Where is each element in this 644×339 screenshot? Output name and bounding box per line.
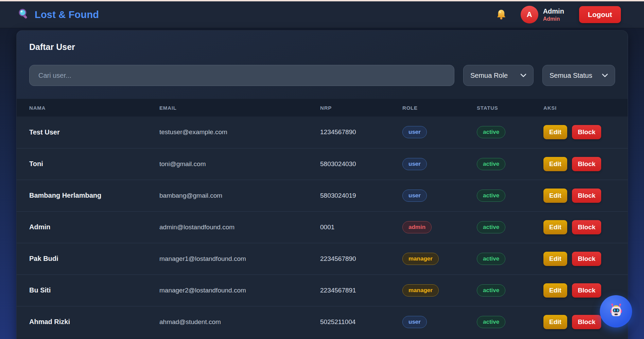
status-badge: active (477, 253, 505, 265)
avatar-initial: A (527, 10, 532, 19)
status-badge: active (477, 316, 505, 328)
status-filter-select[interactable]: Semua Status (542, 65, 615, 86)
role-badge: user (402, 126, 427, 138)
user-table: NAMA EMAIL NRP ROLE STATUS AKSI Test Use… (17, 99, 628, 338)
navbar: Lost & Found A Admin Admin Logout (0, 1, 644, 28)
user-nama: Ahmad Rizki (29, 318, 70, 325)
robot-icon (607, 302, 625, 321)
role-badge: manager (402, 253, 439, 265)
column-header-nrp: NRP (320, 99, 402, 117)
user-table-body: Test User testuser@example.com 123456789… (17, 117, 628, 338)
status-filter-value: Semua Status (550, 72, 592, 79)
column-header-email: EMAIL (159, 99, 320, 117)
user-email: testuser@example.com (159, 128, 227, 136)
table-row: Bambang Herlambang bambang@gmail.com 580… (17, 180, 628, 211)
edit-button[interactable]: Edit (543, 315, 567, 329)
user-email: toni@gmail.com (159, 160, 206, 167)
user-nrp: 0001 (320, 224, 334, 231)
user-email: ahmad@student.com (159, 318, 221, 325)
block-button[interactable]: Block (572, 125, 601, 139)
status-badge: active (477, 190, 505, 202)
column-header-status: STATUS (477, 99, 543, 117)
user-nama: Test User (29, 128, 60, 136)
edit-button[interactable]: Edit (543, 283, 567, 298)
block-button[interactable]: Block (572, 315, 601, 329)
table-row: Admin admin@lostandfound.com 0001 admin … (17, 211, 628, 243)
page-background: Daftar User Semua Role Semua Status (0, 28, 644, 339)
chatbot-button[interactable] (600, 295, 632, 327)
table-row: Toni toni@gmail.com 5803024030 user acti… (17, 148, 628, 180)
navbar-right: A Admin Admin Logout (495, 6, 621, 23)
avatar[interactable]: A (521, 6, 538, 23)
user-email: admin@lostandfound.com (159, 224, 234, 231)
user-email: manager1@lostandfound.com (159, 255, 246, 262)
role-badge: manager (402, 284, 439, 297)
user-list-card: Daftar User Semua Role Semua Status (16, 30, 628, 339)
chevron-down-icon (520, 73, 526, 77)
role-filter-value: Semua Role (470, 72, 508, 79)
edit-button[interactable]: Edit (543, 157, 567, 171)
user-nama: Admin (29, 223, 50, 231)
brand: Lost & Found (18, 8, 99, 21)
table-header-row: NAMA EMAIL NRP ROLE STATUS AKSI (17, 99, 628, 117)
table-row: Bu Siti manager2@lostandfound.com 223456… (17, 274, 628, 306)
column-header-aksi: AKSI (543, 99, 628, 117)
edit-button[interactable]: Edit (543, 125, 567, 139)
user-nrp: 5803024030 (320, 160, 356, 167)
status-badge: active (477, 221, 505, 233)
filter-bar: Semua Role Semua Status (29, 65, 615, 86)
user-nama: Toni (29, 160, 43, 167)
edit-button[interactable]: Edit (543, 189, 567, 203)
status-badge: active (477, 284, 505, 297)
block-button[interactable]: Block (572, 283, 601, 298)
table-row: Pak Budi manager1@lostandfound.com 22345… (17, 243, 628, 274)
column-header-nama: NAMA (17, 99, 159, 117)
user-nama: Pak Budi (29, 255, 58, 262)
role-badge: user (402, 316, 427, 328)
chevron-down-icon (602, 73, 608, 77)
block-button[interactable]: Block (572, 220, 601, 234)
column-header-role: ROLE (402, 99, 477, 117)
user-nrp: 2234567891 (320, 287, 356, 294)
user-nrp: 1234567890 (320, 128, 356, 136)
user-email: manager2@lostandfound.com (159, 287, 246, 294)
magnifying-glass-icon (18, 8, 30, 21)
edit-button[interactable]: Edit (543, 252, 567, 266)
table-row: Ahmad Rizki ahmad@student.com 5025211004… (17, 306, 628, 338)
user-name: Admin (543, 7, 564, 16)
user-role: Admin (543, 16, 564, 22)
user-nrp: 5803024019 (320, 192, 356, 199)
page-title: Daftar User (29, 42, 615, 52)
user-email: bambang@gmail.com (159, 192, 222, 199)
bell-icon[interactable] (495, 9, 507, 20)
user-nrp: 2234567890 (320, 255, 356, 262)
user-nrp: 5025211004 (320, 318, 355, 325)
search-input[interactable] (29, 65, 454, 86)
user-nama: Bambang Herlambang (29, 192, 101, 199)
status-badge: active (477, 158, 505, 170)
user-meta: Admin Admin (543, 7, 564, 22)
role-filter-select[interactable]: Semua Role (463, 65, 534, 86)
user-nama: Bu Siti (29, 286, 51, 294)
status-badge: active (477, 126, 505, 138)
app-title: Lost & Found (35, 9, 99, 20)
block-button[interactable]: Block (572, 189, 601, 203)
edit-button[interactable]: Edit (543, 220, 567, 234)
table-row: Test User testuser@example.com 123456789… (17, 117, 628, 148)
logout-button[interactable]: Logout (579, 6, 621, 23)
role-badge: admin (402, 221, 432, 233)
block-button[interactable]: Block (572, 252, 601, 266)
role-badge: user (402, 190, 427, 202)
block-button[interactable]: Block (572, 157, 601, 171)
role-badge: user (402, 158, 427, 170)
